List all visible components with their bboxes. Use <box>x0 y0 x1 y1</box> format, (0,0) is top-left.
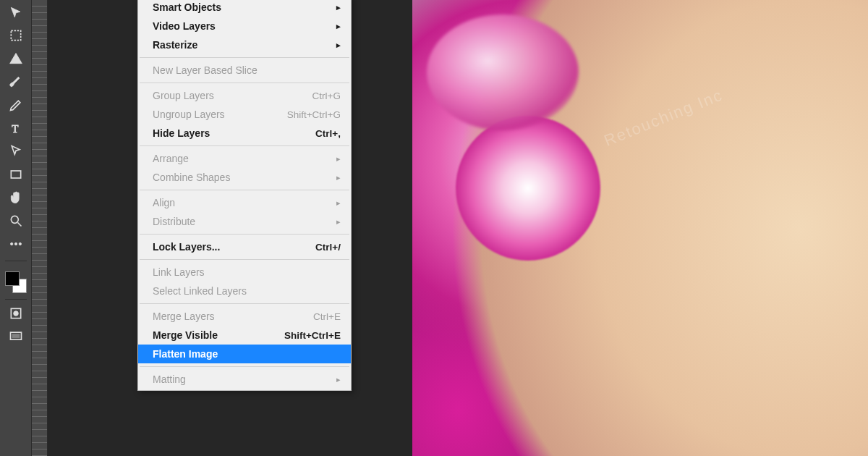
svg-point-4 <box>11 216 18 223</box>
menu-item-label: Flatten Image <box>153 348 341 360</box>
brush-tool[interactable] <box>4 72 28 94</box>
marquee-tool[interactable] <box>4 26 28 48</box>
menu-item-merge-visible[interactable]: Merge VisibleShift+Ctrl+E <box>138 326 351 345</box>
polygon-lasso-tool-icon <box>9 51 23 69</box>
svg-rect-3 <box>11 171 20 178</box>
move-tool-icon <box>9 5 23 23</box>
menu-item-align: Align▸ <box>138 193 351 212</box>
menu-item-label: Video Layers <box>153 20 333 32</box>
menu-item-label: New Layer Based Slice <box>153 64 341 76</box>
submenu-arrow-icon: ▸ <box>333 22 341 31</box>
fg-color-swatch[interactable] <box>5 271 20 286</box>
menu-item-select-linked-layers: Select Linked Layers <box>138 282 351 300</box>
tool-separator <box>5 261 27 261</box>
svg-point-7 <box>14 242 17 245</box>
menu-item-label: Combine Shapes <box>153 172 333 183</box>
zoom-tool[interactable] <box>4 211 28 233</box>
menu-item-label: Select Linked Layers <box>153 285 341 297</box>
path-select-tool-icon <box>9 144 23 162</box>
app-area: T Smart Objects▸Video Layers▸Rasterize▸N… <box>0 0 412 456</box>
menu-item-accelerator: Ctrl+, <box>315 128 341 139</box>
menu-separator <box>140 145 349 146</box>
pen-tool-icon <box>9 98 23 116</box>
svg-point-10 <box>13 311 18 316</box>
menu-separator <box>140 190 349 190</box>
menu-item-lock-layers[interactable]: Lock Layers...Ctrl+/ <box>138 237 351 256</box>
menu-item-group-layers: Group LayersCtrl+G <box>138 86 351 105</box>
menu-item-label: Matting <box>153 373 333 385</box>
menu-item-flatten-image[interactable]: Flatten Image <box>138 345 351 363</box>
submenu-arrow-icon: ▸ <box>333 173 341 182</box>
menu-item-accelerator: Ctrl+/ <box>315 242 341 253</box>
pen-tool[interactable] <box>4 96 28 117</box>
hand-tool-icon <box>9 190 23 208</box>
options-tool-icon <box>9 237 23 255</box>
svg-point-8 <box>19 242 21 245</box>
rectangle-tool[interactable] <box>4 165 28 187</box>
menu-item-accelerator: Shift+Ctrl+G <box>287 109 341 120</box>
menu-item-label: Link Layers <box>153 266 341 278</box>
tool-column: T <box>0 0 32 456</box>
menu-item-label: Ungroup Layers <box>153 109 287 120</box>
marquee-tool-icon <box>9 28 23 46</box>
menu-item-label: Merge Visible <box>153 329 284 341</box>
submenu-arrow-icon: ▸ <box>333 198 341 208</box>
submenu-arrow-icon: ▸ <box>333 3 341 12</box>
brush-tool-icon <box>9 75 23 93</box>
menu-item-label: Hide Layers <box>153 127 315 139</box>
menu-item-rasterize[interactable]: Rasterize▸ <box>138 35 351 54</box>
submenu-arrow-icon: ▸ <box>333 375 341 384</box>
menu-item-arrange: Arrange▸ <box>138 149 351 168</box>
menu-item-label: Arrange <box>153 153 333 164</box>
menu-item-combine-shapes: Combine Shapes▸ <box>138 168 351 187</box>
svg-line-5 <box>17 222 21 226</box>
submenu-arrow-icon: ▸ <box>333 41 341 50</box>
menu-item-video-layers[interactable]: Video Layers▸ <box>138 17 351 35</box>
menu-item-distribute: Distribute▸ <box>138 212 351 231</box>
menu-item-label: Smart Objects <box>153 1 333 13</box>
menu-item-accelerator: Ctrl+G <box>312 90 341 101</box>
color-swatches[interactable] <box>4 270 28 295</box>
layer-menu: Smart Objects▸Video Layers▸Rasterize▸New… <box>137 0 352 391</box>
menu-item-matting: Matting▸ <box>138 370 351 389</box>
menu-item-label: Group Layers <box>153 90 312 101</box>
quick-mask-tool[interactable] <box>4 304 28 326</box>
menu-item-new-layer-based-slice: New Layer Based Slice <box>138 61 351 80</box>
menu-separator <box>140 83 349 83</box>
svg-marker-1 <box>9 53 22 63</box>
vertical-ruler <box>32 0 48 456</box>
svg-rect-0 <box>11 30 20 40</box>
menu-item-label: Align <box>153 197 333 208</box>
menu-separator <box>140 259 349 260</box>
menu-item-hide-layers[interactable]: Hide LayersCtrl+, <box>138 124 351 143</box>
menu-separator <box>140 366 349 367</box>
zoom-tool-icon <box>9 214 23 232</box>
menu-separator <box>140 57 349 58</box>
menu-item-merge-layers: Merge LayersCtrl+E <box>138 307 351 326</box>
menu-item-ungroup-layers: Ungroup LayersShift+Ctrl+G <box>138 105 351 124</box>
path-select-tool[interactable] <box>4 142 28 164</box>
menu-item-label: Distribute <box>153 216 333 227</box>
polygon-lasso-tool[interactable] <box>4 49 28 71</box>
menu-item-smart-objects[interactable]: Smart Objects▸ <box>138 0 351 17</box>
submenu-arrow-icon: ▸ <box>333 217 341 227</box>
tool-separator <box>5 299 27 300</box>
type-tool[interactable]: T <box>4 119 28 140</box>
menu-item-link-layers: Link Layers <box>138 263 351 282</box>
hand-tool[interactable] <box>4 188 28 210</box>
watermark-text: Retouching Inc <box>601 85 726 151</box>
menu-item-label: Rasterize <box>153 39 333 51</box>
svg-rect-12 <box>12 334 20 337</box>
svg-text:T: T <box>12 122 18 134</box>
type-tool-icon: T <box>9 121 23 139</box>
options-tool[interactable] <box>4 235 28 256</box>
menu-item-label: Merge Layers <box>153 311 313 322</box>
move-tool[interactable] <box>4 3 28 25</box>
svg-point-6 <box>10 242 12 245</box>
menu-item-label: Lock Layers... <box>153 241 315 253</box>
screen-mode-tool-icon <box>9 329 23 347</box>
screen-mode-tool[interactable] <box>4 327 28 349</box>
menu-separator <box>140 234 349 235</box>
preview-photo: Retouching Inc <box>412 0 868 456</box>
submenu-arrow-icon: ▸ <box>333 154 341 164</box>
